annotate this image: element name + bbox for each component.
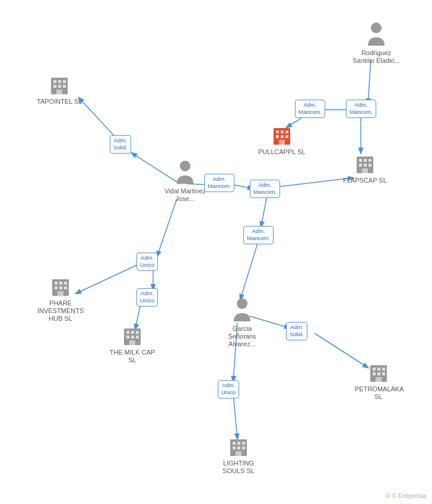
- svg-rect-33: [285, 135, 288, 138]
- node-rodriguez[interactable]: Rodriguez Santiso Eladio...: [352, 21, 400, 65]
- svg-rect-23: [53, 85, 56, 88]
- svg-point-44: [180, 161, 190, 171]
- lighting-icon: [228, 436, 249, 457]
- vidal-label: Vidal Martinez Jose...: [161, 187, 209, 203]
- svg-rect-30: [285, 130, 288, 133]
- svg-rect-28: [276, 130, 279, 133]
- svg-line-11: [157, 199, 177, 256]
- svg-rect-51: [64, 286, 67, 289]
- badge-adm-mancom-4[interactable]: Adm.Mancom.: [204, 174, 234, 192]
- watermark: © © Empresia: [385, 492, 426, 499]
- badge-adm-mancom-2[interactable]: Adm.Mancom.: [295, 100, 325, 118]
- svg-line-9: [261, 196, 267, 227]
- badge-adm-unico-7[interactable]: Adm.Unico: [136, 253, 158, 271]
- svg-rect-31: [276, 135, 279, 138]
- node-phare[interactable]: PHARE INVESTMENTS HUB SL: [37, 276, 84, 323]
- svg-rect-67: [377, 372, 380, 375]
- copyright-symbol: ©: [385, 492, 390, 499]
- petromalaka-label: PETROMALAKA SL: [355, 385, 402, 401]
- svg-rect-47: [59, 282, 62, 285]
- svg-rect-20: [53, 80, 56, 83]
- svg-rect-60: [129, 340, 135, 345]
- svg-rect-39: [359, 164, 362, 167]
- rodriguez-icon: [366, 21, 387, 47]
- svg-rect-42: [362, 168, 368, 173]
- diagram-canvas: TAPOINTEL SL PULLCAPPL SL: [0, 0, 432, 504]
- svg-point-61: [237, 298, 247, 309]
- pullcappl-icon: [271, 125, 293, 146]
- svg-line-18: [233, 394, 237, 439]
- svg-rect-66: [373, 372, 376, 375]
- svg-rect-32: [281, 135, 284, 138]
- lighting-label: LIGHTING SOULS SL: [215, 460, 262, 475]
- node-flapscap[interactable]: FLAPSCAP SL: [343, 153, 387, 184]
- petromalaka-icon: [368, 362, 389, 383]
- svg-line-10: [240, 240, 259, 299]
- svg-rect-26: [56, 90, 62, 94]
- badge-adm-solid-9[interactable]: Adm.Solid.: [286, 322, 307, 340]
- svg-rect-29: [281, 130, 284, 133]
- svg-rect-69: [376, 377, 382, 382]
- watermark-text: © Empresia: [392, 492, 426, 499]
- svg-rect-74: [233, 446, 236, 449]
- svg-rect-54: [126, 331, 129, 334]
- svg-rect-49: [55, 286, 58, 289]
- svg-rect-34: [279, 140, 285, 145]
- svg-point-43: [371, 23, 382, 33]
- svg-rect-37: [364, 159, 367, 162]
- svg-rect-41: [369, 164, 371, 167]
- flapscap-label: FLAPSCAP SL: [343, 177, 387, 184]
- node-pullcappl[interactable]: PULLCAPPL SL: [258, 125, 306, 156]
- svg-line-8: [278, 178, 353, 187]
- badge-adm-mancom-6[interactable]: Adm.Mancom.: [243, 226, 274, 244]
- svg-rect-76: [242, 446, 245, 449]
- node-garcia[interactable]: Garcia Señorans Alvarez...: [218, 296, 266, 349]
- svg-line-2: [368, 59, 371, 104]
- svg-rect-59: [136, 336, 139, 339]
- themilkcap-icon: [122, 325, 143, 346]
- svg-rect-50: [59, 286, 62, 289]
- svg-rect-77: [236, 451, 242, 456]
- badge-adm-mancom-5[interactable]: Adm.Mancom.: [250, 180, 280, 198]
- rodriguez-label: Rodriguez Santiso Eladio...: [352, 49, 400, 65]
- svg-rect-56: [136, 331, 139, 334]
- svg-rect-64: [377, 368, 380, 371]
- badge-adm-solid-1[interactable]: Adm.Solid.: [110, 135, 131, 154]
- svg-rect-73: [242, 442, 245, 445]
- flapscap-icon: [354, 153, 376, 174]
- badge-adm-unico-8[interactable]: Adm.Unico: [136, 288, 158, 307]
- tapointel-icon: [49, 74, 70, 95]
- tapointel-label: TAPOINTEL SL: [37, 98, 82, 106]
- svg-rect-48: [64, 282, 67, 285]
- node-tapointel[interactable]: TAPOINTEL SL: [37, 74, 82, 106]
- node-lighting[interactable]: LIGHTING SOULS SL: [215, 436, 262, 475]
- svg-rect-68: [382, 372, 385, 375]
- node-petromalaka[interactable]: PETROMALAKA SL: [355, 362, 402, 401]
- node-vidal[interactable]: Vidal Martinez Jose...: [161, 159, 209, 203]
- badge-adm-unico-10[interactable]: Adm.Unico: [218, 380, 239, 398]
- svg-rect-40: [364, 164, 367, 167]
- node-themilkcap[interactable]: THE MILK CAP SL: [109, 325, 156, 364]
- svg-rect-57: [126, 336, 129, 339]
- phare-label: PHARE INVESTMENTS HUB SL: [37, 299, 84, 323]
- themilkcap-label: THE MILK CAP SL: [109, 349, 156, 364]
- svg-rect-36: [359, 159, 362, 162]
- svg-rect-22: [63, 80, 66, 83]
- badge-adm-mancom-3[interactable]: Adm.Mancom.: [346, 100, 376, 118]
- svg-rect-65: [382, 368, 385, 371]
- svg-rect-75: [237, 446, 240, 449]
- svg-rect-71: [233, 442, 236, 445]
- garcia-label: Garcia Señorans Alvarez...: [218, 325, 266, 349]
- pullcappl-label: PULLCAPPL SL: [258, 148, 306, 156]
- svg-rect-63: [373, 368, 376, 371]
- svg-line-13: [76, 263, 141, 294]
- svg-rect-52: [58, 291, 63, 296]
- svg-rect-58: [131, 336, 134, 339]
- vidal-icon: [174, 159, 196, 185]
- garcia-icon: [231, 296, 253, 323]
- svg-rect-38: [369, 159, 371, 162]
- svg-rect-55: [131, 331, 134, 334]
- svg-rect-46: [55, 282, 58, 285]
- svg-rect-72: [237, 442, 240, 445]
- phare-icon: [50, 276, 71, 297]
